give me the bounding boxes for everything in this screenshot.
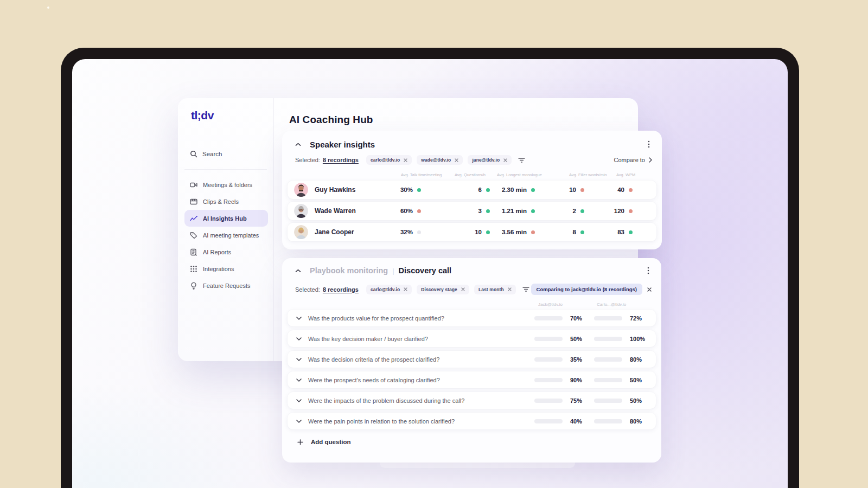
search-button[interactable]: Search xyxy=(190,148,266,160)
sidebar-hairline xyxy=(184,169,267,170)
chip-label: carlo@tldv.io xyxy=(371,157,400,163)
chevron-down-icon[interactable] xyxy=(296,337,302,341)
chip-jane[interactable]: jane@tldv.io xyxy=(468,155,512,165)
metric-value: 2.30 min xyxy=(502,187,527,193)
metric-value: 10 xyxy=(475,229,482,235)
chevron-down-icon[interactable] xyxy=(296,317,302,320)
metric-value: 1.21 min xyxy=(502,208,527,214)
filter-icon[interactable] xyxy=(518,157,525,163)
chip-label: Last month xyxy=(478,287,504,292)
close-icon[interactable] xyxy=(503,158,507,162)
avatar xyxy=(294,204,308,218)
chip-label: wade@tldv.io xyxy=(421,157,451,163)
question-row[interactable]: Were the prospect's needs of cataloging … xyxy=(288,371,656,388)
comparing-chip[interactable]: Comparing to jack@tldv.io (8 recordings) xyxy=(531,284,652,295)
percent-left: 35% xyxy=(570,356,588,363)
metric-value: 60% xyxy=(400,208,413,214)
sidebar-item-feature-requests[interactable]: Feature Requests xyxy=(184,277,268,294)
page-title: AI Coaching Hub xyxy=(289,114,373,126)
kebab-menu-icon[interactable] xyxy=(647,139,651,149)
column-header: Avg. WPM xyxy=(616,172,635,177)
chevron-down-icon[interactable] xyxy=(296,358,302,361)
sidebar-item-label: Integrations xyxy=(203,266,234,272)
lightbulb-icon xyxy=(190,282,197,290)
person-name: Wade Warren xyxy=(315,207,356,215)
question-text: Were the impacts of the problem discusse… xyxy=(308,397,464,404)
close-icon[interactable] xyxy=(404,287,407,291)
metric-cell: 2.30 min xyxy=(490,187,535,193)
card-title-muted: Playbook monitoring xyxy=(310,266,388,275)
close-icon[interactable] xyxy=(404,158,407,162)
metric-value: 32% xyxy=(400,229,413,235)
percent-left: 75% xyxy=(570,397,588,404)
status-dot xyxy=(417,209,421,213)
line-chart-icon xyxy=(190,215,197,222)
table-row[interactable]: Guy Hawkins 30% 6 2.30 min 10 40 xyxy=(288,181,656,199)
question-row[interactable]: Were the pain points in relation to the … xyxy=(288,413,656,429)
close-icon[interactable] xyxy=(508,287,512,291)
percent-left: 50% xyxy=(570,336,588,342)
table-row[interactable]: Jane Cooper 32% 10 3.56 min 8 83 xyxy=(288,223,656,241)
close-icon[interactable] xyxy=(461,287,465,291)
playbook-header: Playbook monitoring | Discovery call xyxy=(295,266,650,275)
percent-left: 40% xyxy=(570,418,588,425)
marketing-canvas: tl;dv Search Meetings & folders Clips & … xyxy=(0,0,868,488)
playbook-question-rows: Was the products value for the prospect … xyxy=(288,310,656,433)
status-dot xyxy=(580,209,584,213)
chip-carlo[interactable]: carlo@tldv.io xyxy=(366,155,412,165)
metric-cell: 3 xyxy=(421,208,490,214)
tag-icon xyxy=(190,232,197,239)
progress-bar-left xyxy=(534,316,563,320)
question-text: Was the key decision maker / buyer clari… xyxy=(308,336,428,342)
title-divider: | xyxy=(392,267,394,275)
kebab-menu-icon[interactable] xyxy=(646,266,650,275)
metric-cell: 10 xyxy=(421,229,490,235)
metric-value: 3.56 min xyxy=(502,229,527,235)
selected-recordings-link[interactable]: 8 recordings xyxy=(323,157,359,163)
sidebar-item-ai-insights-hub[interactable]: AI Insights Hub xyxy=(184,210,268,227)
chevron-down-icon[interactable] xyxy=(296,378,302,382)
close-icon[interactable] xyxy=(455,158,458,162)
chip-wade[interactable]: wade@tldv.io xyxy=(417,155,463,165)
percent-right: 50% xyxy=(630,377,650,383)
collapse-chevron-up-icon[interactable] xyxy=(295,269,301,273)
question-row[interactable]: Was the decision criteria of the prospec… xyxy=(288,351,656,368)
close-icon[interactable] xyxy=(647,287,652,292)
filter-icon[interactable] xyxy=(522,286,529,292)
person-cell: Guy Hawkins xyxy=(288,183,386,197)
chip-last-month[interactable]: Last month xyxy=(474,285,516,294)
status-dot xyxy=(629,209,633,213)
sidebar-item-ai-meeting-templates[interactable]: AI meeting templates xyxy=(184,227,268,243)
progress-bar-left xyxy=(534,337,563,341)
sidebar-item-integrations[interactable]: Integrations xyxy=(184,260,268,277)
sidebar-item-clips-reels[interactable]: Clips & Reels xyxy=(184,193,268,210)
clapperboard-icon xyxy=(190,198,197,206)
chevron-right-icon xyxy=(649,157,652,163)
collapse-chevron-up-icon[interactable] xyxy=(295,143,301,146)
question-row[interactable]: Was the products value for the prospect … xyxy=(288,310,656,326)
sidebar-item-meetings-folders[interactable]: Meetings & folders xyxy=(184,176,268,193)
compare-to-button[interactable]: Compare to xyxy=(614,157,652,163)
metric-cell: 10 xyxy=(535,187,584,193)
selected-recordings-link[interactable]: 8 recordings xyxy=(323,286,359,293)
person-cell: Wade Warren xyxy=(288,204,386,218)
playbook-monitoring-card: Playbook monitoring | Discovery call Sel… xyxy=(282,258,661,463)
metric-cell: 40 xyxy=(584,187,633,193)
card-title: Discovery call xyxy=(399,266,452,275)
status-dot xyxy=(486,209,490,213)
chip-carlo[interactable]: carlo@tldv.io xyxy=(366,285,412,294)
table-row[interactable]: Wade Warren 60% 3 1.21 min 2 120 xyxy=(288,202,656,220)
chevron-down-icon[interactable] xyxy=(296,399,302,402)
sidebar-nav: Meetings & folders Clips & Reels AI Insi… xyxy=(184,176,268,294)
question-row[interactable]: Was the key decision maker / buyer clari… xyxy=(288,330,656,347)
status-dot xyxy=(580,230,584,234)
progress-bar-left xyxy=(534,357,563,362)
chevron-down-icon[interactable] xyxy=(296,420,302,423)
column-header-right: Carlo...@tldv.io xyxy=(597,302,626,307)
progress-bar-right xyxy=(594,419,622,423)
chip-discovery-stage[interactable]: Discovery stage xyxy=(417,285,469,294)
add-question-button[interactable]: Add question xyxy=(288,433,656,451)
question-row[interactable]: Were the impacts of the problem discusse… xyxy=(288,392,656,409)
sidebar-item-ai-reports[interactable]: AI Reports xyxy=(184,243,268,260)
search-icon xyxy=(190,150,197,158)
